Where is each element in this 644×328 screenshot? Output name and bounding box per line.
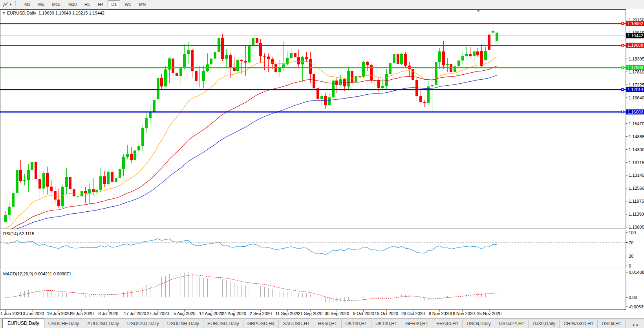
svg-text:17 Jul 2020: 17 Jul 2020 — [124, 311, 146, 316]
timeframe-button-M30[interactable]: M30 — [65, 0, 80, 8]
svg-text:1.17225: 1.17225 — [629, 82, 644, 87]
chart-tab[interactable]: USDJPY,H1 — [495, 320, 529, 328]
svg-text:0: 0 — [629, 264, 631, 268]
chart-tab[interactable]: USDCNH,Daily — [163, 320, 203, 328]
chart-title: ▼EURUSD,Daily 1.19630 1.19643 1.19215 1.… — [2, 11, 104, 15]
svg-text:11 Sep 2020: 11 Sep 2020 — [275, 311, 300, 316]
macd-indicator-label: MACD(12,26,9) 0.004211 0.003071 — [3, 271, 71, 276]
draw-tool-icon — [2, 2, 8, 7]
svg-text:27 Jul 2020: 27 Jul 2020 — [147, 311, 169, 316]
chart-ohlc-values: 1.19630 1.19643 1.19215 1.19442 — [38, 11, 104, 15]
svg-text:1.19442: 1.19442 — [628, 33, 643, 38]
chart-tab[interactable]: XAUUSD,H1 — [279, 320, 314, 328]
terminal-window: ▼ M1M5M15M30H1H4D1W1MN 1.201501.195651.1… — [0, 0, 644, 328]
svg-text:0.00: 0.00 — [629, 295, 637, 300]
tab-scroll-left-icon[interactable]: ◂ — [632, 323, 637, 327]
chart-tab[interactable]: EURUSD,Daily — [2, 319, 44, 328]
svg-text:1 Jun 2020: 1 Jun 2020 — [0, 311, 22, 316]
line-handle[interactable] — [622, 44, 624, 46]
svg-text:1.19992: 1.19992 — [628, 21, 643, 26]
chart-tab[interactable]: UK100,H1 — [371, 320, 401, 328]
svg-text:1.14300: 1.14300 — [629, 147, 644, 152]
svg-text:19 Oct 2020: 19 Oct 2020 — [375, 311, 398, 316]
price-tag: 1.17014 — [626, 87, 644, 92]
chart-panel: 1.201501.195651.183951.178101.172251.166… — [0, 9, 644, 318]
svg-text:-0.005396: -0.005396 — [629, 304, 644, 309]
svg-text:30: 30 — [629, 254, 633, 258]
svg-text:16 Nov 2020: 16 Nov 2020 — [450, 311, 475, 316]
timeframe-button-W1[interactable]: W1 — [121, 0, 135, 8]
svg-text:14 Aug 2020: 14 Aug 2020 — [199, 311, 223, 316]
timeframe-button-MN[interactable]: MN — [135, 0, 149, 8]
svg-text:21 Sep 2020: 21 Sep 2020 — [298, 311, 322, 316]
line-handle[interactable] — [622, 88, 624, 90]
timeframe-button-H1[interactable]: H1 — [81, 0, 93, 8]
svg-text:1.16003: 1.16003 — [628, 110, 643, 114]
svg-text:1.14885: 1.14885 — [629, 134, 644, 139]
chart-tab[interactable]: USDCHF,Daily — [44, 320, 84, 328]
chart-tab[interactable]: HK50,H1 — [314, 320, 342, 328]
svg-text:5 Aug 2020: 5 Aug 2020 — [174, 311, 196, 316]
svg-text:1.15470: 1.15470 — [629, 121, 644, 126]
chart-tab[interactable]: USOil,Daily — [463, 320, 495, 328]
line-handle[interactable] — [622, 67, 624, 69]
panel-frames — [0, 10, 626, 310]
chart-tab[interactable]: USDCAD,Daily — [123, 320, 163, 328]
svg-text:1.16640: 1.16640 — [629, 95, 644, 100]
macd-name: MACD(12,26,9) — [3, 271, 33, 276]
chart-tab[interactable]: EURUSD,Daily — [203, 320, 243, 328]
chart-tab[interactable]: USOil,H1 — [598, 320, 626, 328]
toolbar-grip[interactable] — [15, 1, 18, 7]
svg-text:8 Jul 2020: 8 Jul 2020 — [99, 311, 119, 316]
symbol-dropdown-icon[interactable]: ▼ — [2, 11, 5, 15]
line-handle[interactable] — [622, 111, 624, 113]
timeframe-button-H4[interactable]: H4 — [94, 0, 107, 8]
price-axis: 1.201501.195651.183951.178101.172251.166… — [626, 18, 644, 229]
svg-text:1.17014: 1.17014 — [628, 87, 643, 92]
chart-tab-bar: EURUSD,DailyUSDCHF,DailyAUDUSD,DailyUSDC… — [0, 318, 644, 328]
price-tag: 1.19442 — [626, 33, 644, 38]
svg-text:2 Sep 2020: 2 Sep 2020 — [250, 311, 272, 316]
timeframe-button-M5[interactable]: M5 — [35, 0, 48, 8]
svg-text:30 Sep 2020: 30 Sep 2020 — [325, 311, 349, 316]
timeframe-toolbar: ▼ M1M5M15M30H1H4D1W1MN — [0, 0, 644, 9]
price-tag: 1.17998 — [626, 65, 644, 70]
svg-text:6 Nov 2020: 6 Nov 2020 — [429, 311, 451, 316]
rsi-indicator-label: RSI(14) 62.1115 — [3, 231, 34, 236]
svg-text:10 Jun 2020: 10 Jun 2020 — [20, 311, 44, 316]
chart-symbol-label: EURUSD,Daily — [7, 11, 36, 15]
svg-text:100: 100 — [629, 230, 636, 235]
rsi-name: RSI(14) — [3, 231, 18, 236]
timeframe-button-M1[interactable]: M1 — [21, 0, 34, 8]
price-tag: 1.16003 — [626, 109, 644, 114]
chart-tab[interactable]: UK100,H1 — [342, 320, 371, 328]
chart-tab[interactable]: CHINA300,H1 — [560, 320, 598, 328]
svg-text:1.11390: 1.11390 — [629, 212, 644, 216]
price-tag: 1.19992 — [626, 21, 644, 26]
svg-text:1.13715: 1.13715 — [629, 160, 644, 165]
svg-text:19 Jun 2020: 19 Jun 2020 — [47, 311, 71, 316]
svg-text:28 Oct 2020: 28 Oct 2020 — [401, 311, 425, 316]
svg-text:9 Oct 2020: 9 Oct 2020 — [353, 311, 374, 316]
date-axis: 1 Jun 202010 Jun 202019 Jun 202029 Jun 2… — [0, 310, 501, 316]
tab-scroll-right-icon[interactable]: ▸ — [637, 323, 641, 327]
draw-tool-button[interactable]: ▼ — [1, 1, 14, 7]
rsi-value: 62.1115 — [19, 231, 34, 236]
chart-tab[interactable]: FRA40,H1 — [432, 320, 463, 328]
svg-text:1.17998: 1.17998 — [628, 65, 643, 70]
chart-tab[interactable]: GBPUSD,H4 — [243, 320, 279, 328]
line-handle[interactable] — [622, 22, 624, 24]
chart-canvas[interactable]: 1.201501.195651.183951.178101.172251.166… — [0, 9, 644, 318]
svg-text:1.18395: 1.18395 — [629, 57, 644, 61]
macd-main-value: 0.004211 — [34, 271, 52, 276]
timeframe-button-D1[interactable]: D1 — [108, 0, 120, 8]
svg-text:0.014384: 0.014384 — [629, 270, 644, 275]
svg-text:25 Nov 2020: 25 Nov 2020 — [477, 311, 501, 316]
timeframe-button-M15[interactable]: M15 — [48, 0, 64, 8]
tab-scroll-arrows: ◂▸ — [631, 323, 644, 328]
chart-tab[interactable]: GER30,H1 — [401, 320, 432, 328]
macd-signal-value: 0.003071 — [53, 271, 71, 276]
chart-tab[interactable]: DJ30,Daily — [529, 320, 560, 328]
svg-text:1.11975: 1.11975 — [629, 199, 644, 203]
chart-tab[interactable]: AUDUSD,Daily — [83, 320, 123, 328]
